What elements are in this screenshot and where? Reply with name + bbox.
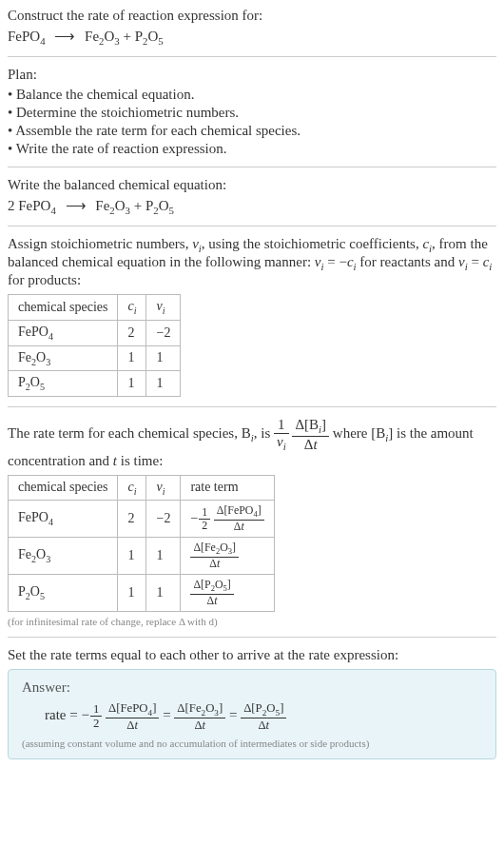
table-cell: FePO4 (9, 501, 118, 538)
setequal-text: Set the rate terms equal to each other t… (8, 647, 496, 663)
assign-text: Assign stoichiometric numbers, νi, using… (8, 236, 496, 288)
table-cell: 1 (118, 575, 146, 612)
rate-expression: rate = −12 Δ[FePO4]Δt = Δ[Fe2O3]Δt = Δ[P… (45, 701, 482, 732)
table-row: P2O5 1 1 Δ[P2O5]Δt (9, 575, 275, 612)
table-cell: 1 (118, 345, 146, 371)
intro-section: Construct the rate of reaction expressio… (8, 8, 496, 47)
text-fragment: is time: (117, 453, 163, 468)
table-cell: FePO4 (9, 320, 118, 345)
rateterm-text: The rate term for each chemical species,… (8, 417, 496, 468)
plan-heading: Plan: (8, 67, 496, 83)
table-header: chemical species (9, 475, 118, 501)
text-fragment: , is (254, 425, 274, 441)
stoichiometry-table: chemical species ci νi FePO4 2 −2 Fe2O3 … (8, 294, 181, 397)
table-cell: P2O5 (9, 371, 118, 397)
table-cell: 1 (146, 575, 181, 612)
divider (8, 56, 496, 57)
table-cell: 1 (146, 371, 181, 397)
divider (8, 637, 496, 638)
rateterm-section: The rate term for each chemical species,… (8, 417, 496, 627)
text-fragment: where (333, 425, 371, 441)
table-row: Fe2O3 1 1 (9, 345, 181, 371)
fraction: 1νi (274, 417, 289, 452)
assign-section: Assign stoichiometric numbers, νi, using… (8, 236, 496, 397)
balanced-equation: 2 FePO4 ⟶ Fe2O3 + P2O5 (8, 197, 496, 216)
table-cell: 2 (118, 501, 146, 538)
table-cell: −2 (146, 501, 181, 538)
table-row: FePO4 2 −2 −12 Δ[FePO4]Δt (9, 501, 275, 538)
fraction: 12 (90, 702, 102, 730)
text-fragment: Assign stoichiometric numbers, (8, 236, 192, 251)
answer-box: Answer: rate = −12 Δ[FePO4]Δt = Δ[Fe2O3]… (8, 669, 496, 759)
text-fragment: , using the stoichiometric coefficients, (202, 236, 423, 251)
plan-section: Plan: • Balance the chemical equation. •… (8, 67, 496, 157)
table-header: νi (146, 295, 181, 321)
plan-bullet: • Write the rate of reaction expression. (8, 141, 496, 157)
balanced-heading: Write the balanced chemical equation: (8, 177, 496, 193)
table-header: ci (118, 475, 146, 501)
divider (8, 226, 496, 226)
fraction: Δ[Fe2O3]Δt (190, 541, 239, 570)
table-cell: Δ[Fe2O3]Δt (181, 538, 274, 575)
balanced-section: Write the balanced chemical equation: 2 … (8, 177, 496, 216)
table-cell: 2 (118, 320, 146, 345)
table-header-row: chemical species ci νi rate term (9, 475, 275, 501)
text-fragment: The rate term for each chemical species, (8, 425, 242, 441)
table-cell: Δ[P2O5]Δt (181, 575, 274, 612)
plan-bullet: • Balance the chemical equation. (8, 87, 496, 103)
plan-bullet: • Assemble the rate term for each chemic… (8, 123, 496, 139)
fraction: Δ[FePO4]Δt (106, 701, 159, 732)
table-header: chemical species (9, 295, 118, 321)
intro-text: Construct the rate of reaction expressio… (8, 8, 496, 24)
table-row: Fe2O3 1 1 Δ[Fe2O3]Δt (9, 538, 275, 575)
table-header: νi (146, 475, 181, 501)
fraction: Δ[Fe2O3]Δt (174, 701, 225, 732)
table-header-row: chemical species ci νi (9, 295, 181, 321)
footnote: (for infinitesimal rate of change, repla… (8, 616, 496, 627)
plan-bullet: • Determine the stoichiometric numbers. (8, 105, 496, 121)
divider (8, 167, 496, 167)
text-fragment: for reactants and (357, 254, 458, 269)
unbalanced-equation: FePO4 ⟶ Fe2O3 + P2O5 (8, 28, 496, 47)
table-cell: 1 (118, 538, 146, 575)
table-cell: −2 (146, 320, 181, 345)
table-header: ci (118, 295, 146, 321)
fraction: Δ[Bi]Δt (292, 417, 329, 452)
table-cell: 1 (146, 538, 181, 575)
table-cell: Fe2O3 (9, 538, 118, 575)
answer-note: (assuming constant volume and no accumul… (22, 738, 482, 749)
divider (8, 406, 496, 407)
answer-label: Answer: (22, 679, 482, 696)
table-header: rate term (181, 475, 274, 501)
table-cell: P2O5 (9, 575, 118, 612)
plan-bullets: • Balance the chemical equation. • Deter… (8, 87, 496, 157)
table-row: P2O5 1 1 (9, 371, 181, 397)
fraction: Δ[FePO4]Δt (214, 504, 264, 533)
table-cell: 1 (118, 371, 146, 397)
fraction: Δ[P2O5]Δt (190, 579, 233, 607)
setequal-section: Set the rate terms equal to each other t… (8, 647, 496, 759)
rateterm-table: chemical species ci νi rate term FePO4 2… (8, 475, 275, 612)
rate-label: rate = (45, 707, 81, 722)
fraction: 12 (199, 506, 210, 532)
table-row: FePO4 2 −2 (9, 320, 181, 345)
table-cell: 1 (146, 345, 181, 371)
text-fragment: for products: (8, 272, 81, 287)
table-cell: −12 Δ[FePO4]Δt (181, 501, 274, 538)
fraction: Δ[P2O5]Δt (241, 701, 286, 732)
table-cell: Fe2O3 (9, 345, 118, 371)
